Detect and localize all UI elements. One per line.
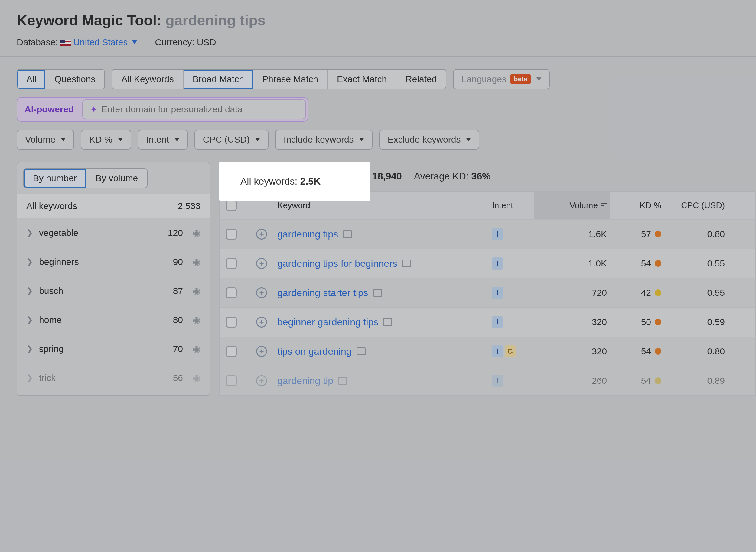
table-row: + gardening tip I 260 54 0.89 <box>220 366 755 396</box>
sidebar-item[interactable]: ❯ home 80 ◉ <box>17 305 210 334</box>
serp-icon[interactable] <box>402 260 411 267</box>
chevron-right-icon: ❯ <box>26 315 33 324</box>
currency-label: Currency: <box>155 37 195 47</box>
difficulty-dot <box>655 260 661 267</box>
add-to-list-icon[interactable]: + <box>256 287 267 298</box>
database-selector[interactable]: United States <box>73 37 137 47</box>
eye-icon[interactable]: ◉ <box>193 228 201 238</box>
group-count: 87 <box>173 286 183 296</box>
keyword-link[interactable]: gardening starter tips <box>277 287 368 298</box>
filter-intent[interactable]: Intent <box>138 130 188 150</box>
serp-icon[interactable] <box>338 377 347 385</box>
col-cpc[interactable]: CPC (USD) <box>664 200 725 210</box>
difficulty-dot <box>655 289 661 296</box>
add-to-list-icon[interactable]: + <box>256 346 267 357</box>
kd-cell: 54 <box>610 346 661 357</box>
sidebar-all-keywords-label: All keywords <box>26 201 77 211</box>
sidebar-item[interactable]: ❯ busch 87 ◉ <box>17 276 210 305</box>
tab-all[interactable]: All <box>17 70 45 89</box>
match-toggle: All Keywords Broad Match Phrase Match Ex… <box>112 69 446 89</box>
add-to-list-icon[interactable]: + <box>256 229 267 240</box>
col-volume[interactable]: Volume <box>534 192 610 219</box>
sparkle-icon: ✦ <box>90 105 97 115</box>
kd-cell: 50 <box>610 317 661 327</box>
match-phrase[interactable]: Phrase Match <box>253 70 328 89</box>
row-checkbox[interactable] <box>226 229 237 240</box>
row-checkbox[interactable] <box>226 375 237 386</box>
chevron-down-icon <box>175 138 179 141</box>
row-checkbox[interactable] <box>226 346 237 357</box>
intent-badge-c: C <box>505 346 516 358</box>
keyword-link[interactable]: gardening tips for beginners <box>277 258 397 269</box>
keyword-link[interactable]: gardening tips <box>277 229 338 240</box>
scope-toggle: All Questions <box>17 69 105 89</box>
table-row: + tips on gardening IC 320 54 0.80 <box>220 337 755 366</box>
match-broad[interactable]: Broad Match <box>184 70 253 89</box>
add-to-list-icon[interactable]: + <box>256 258 267 269</box>
volume-cell: 260 <box>537 376 607 386</box>
eye-icon[interactable]: ◉ <box>193 285 201 296</box>
intent-cell: I <box>492 287 534 299</box>
serp-icon[interactable] <box>373 289 382 297</box>
match-related[interactable]: Related <box>397 70 446 89</box>
filter-exclude[interactable]: Exclude keywords <box>379 130 479 150</box>
currency-value: USD <box>197 37 216 47</box>
group-name: vegetable <box>39 228 162 238</box>
col-kd[interactable]: KD % <box>610 200 661 210</box>
group-count: 80 <box>173 315 183 325</box>
intent-cell: I <box>492 375 534 387</box>
eye-icon[interactable]: ◉ <box>193 314 201 325</box>
intent-badge-i: I <box>492 257 503 270</box>
eye-icon[interactable]: ◉ <box>193 257 201 267</box>
domain-input-box[interactable]: ✦ <box>82 99 306 119</box>
group-name: spring <box>39 344 167 354</box>
serp-icon[interactable] <box>356 348 365 355</box>
volume-cell: 720 <box>537 288 607 298</box>
beta-badge: beta <box>510 74 531 84</box>
match-exact[interactable]: Exact Match <box>328 70 397 89</box>
table-row: + gardening tips for beginners I 1.0K 54… <box>220 249 755 278</box>
filter-cpc[interactable]: CPC (USD) <box>195 130 268 150</box>
eye-icon[interactable]: ◉ <box>193 373 201 383</box>
volume-cell: 320 <box>537 317 607 327</box>
table-row: + gardening starter tips I 720 42 0.55 <box>220 278 755 307</box>
serp-icon[interactable] <box>383 318 392 326</box>
chevron-down-icon <box>466 138 471 141</box>
sort-by-number[interactable]: By number <box>23 168 87 188</box>
sidebar-item[interactable]: ❯ spring 70 ◉ <box>17 334 210 364</box>
filter-volume[interactable]: Volume <box>17 130 74 150</box>
keyword-link[interactable]: tips on gardening <box>277 346 352 357</box>
chevron-down-icon <box>536 77 541 81</box>
add-to-list-icon[interactable]: + <box>256 317 267 327</box>
row-checkbox[interactable] <box>226 258 237 269</box>
eye-icon[interactable]: ◉ <box>193 343 201 354</box>
keyword-link[interactable]: beginner gardening tips <box>277 317 378 328</box>
chevron-down-icon <box>61 138 66 141</box>
chevron-right-icon: ❯ <box>26 286 33 295</box>
sidebar-all-keywords-count: 2,533 <box>178 201 201 211</box>
sidebar-item[interactable]: ❯ beginners 90 ◉ <box>17 248 210 276</box>
add-to-list-icon[interactable]: + <box>256 375 267 386</box>
keyword-groups-sidebar: By number By volume All keywords 2,533 ❯… <box>17 162 210 396</box>
tab-questions[interactable]: Questions <box>45 70 104 89</box>
match-all-keywords[interactable]: All Keywords <box>112 70 183 89</box>
serp-icon[interactable] <box>343 230 352 238</box>
cpc-cell: 0.59 <box>664 317 725 327</box>
cpc-cell: 0.89 <box>664 376 725 386</box>
row-checkbox[interactable] <box>226 287 237 298</box>
cpc-cell: 0.55 <box>664 288 725 298</box>
keyword-link[interactable]: gardening tip <box>277 375 333 386</box>
col-intent[interactable]: Intent <box>492 200 534 210</box>
row-checkbox[interactable] <box>226 317 237 327</box>
languages-dropdown[interactable]: Languages beta <box>453 69 550 89</box>
chevron-down-icon <box>118 138 123 141</box>
sort-by-volume[interactable]: By volume <box>87 168 147 188</box>
col-keyword[interactable]: Keyword <box>277 200 489 210</box>
filter-include[interactable]: Include keywords <box>275 130 372 150</box>
kd-cell: 57 <box>610 229 661 239</box>
select-all-checkbox[interactable] <box>226 200 237 211</box>
sidebar-item[interactable]: ❯ vegetable 120 ◉ <box>17 219 210 248</box>
sidebar-item[interactable]: ❯ trick 56 ◉ <box>17 364 210 393</box>
filter-kd[interactable]: KD % <box>81 130 131 150</box>
domain-input[interactable] <box>101 104 298 115</box>
